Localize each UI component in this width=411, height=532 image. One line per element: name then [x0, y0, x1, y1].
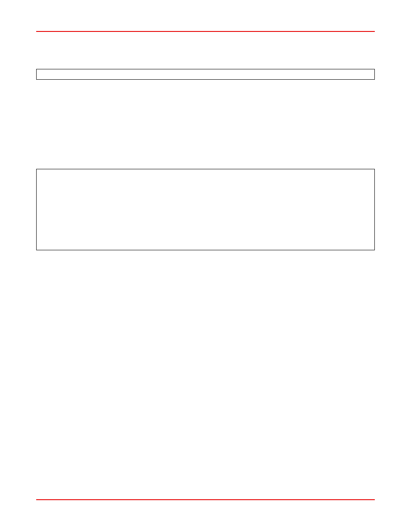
content-box-large [36, 169, 375, 250]
content-box-small [36, 69, 375, 80]
footer-divider [36, 499, 375, 500]
header-divider [36, 31, 375, 32]
